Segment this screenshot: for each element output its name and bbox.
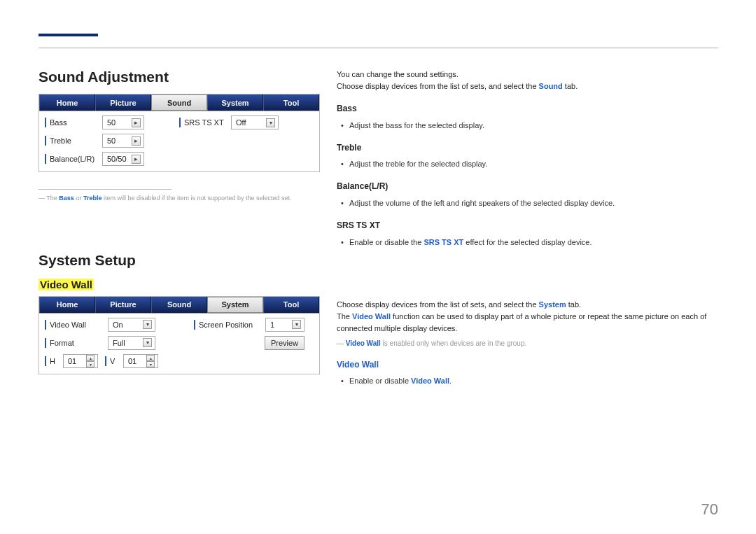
tab-tool[interactable]: Tool xyxy=(263,297,319,313)
row-marker xyxy=(45,118,46,127)
treble-field[interactable]: 50 ▸ xyxy=(102,134,144,148)
srs-label: SRS TS XT xyxy=(184,118,227,127)
heading-system-setup: System Setup xyxy=(38,252,320,269)
sound-intro-1: You can change the sound settings. xyxy=(337,69,718,80)
sound-intro-2: Choose display devices from the list of … xyxy=(337,80,718,92)
v-field[interactable]: 01 ▴▾ xyxy=(123,354,158,368)
row-marker xyxy=(45,356,46,366)
balance-desc: Adjust the volume of the left and right … xyxy=(349,197,718,209)
vw-label: Video Wall xyxy=(50,321,104,329)
balance-heading: Balance(L/R) xyxy=(337,180,718,193)
format-label: Format xyxy=(50,339,104,347)
row-marker xyxy=(45,338,46,348)
page-number: 70 xyxy=(701,500,718,519)
h-value: 01 xyxy=(68,357,76,365)
format-select[interactable]: Full ▾ xyxy=(108,336,155,350)
videowall-heading: Video Wall xyxy=(337,358,718,372)
footnote-sound: ― The Bass or Treble item will be disabl… xyxy=(38,194,320,203)
system-p1: Choose display devices from the list of … xyxy=(337,299,718,311)
bass-step-icon[interactable]: ▸ xyxy=(132,118,141,127)
system-panel: Home Picture Sound System Tool Video Wal… xyxy=(38,296,320,374)
h-spinner-icon[interactable]: ▴▾ xyxy=(86,355,94,367)
header-decoration xyxy=(38,34,98,48)
heading-sound-adjustment: Sound Adjustment xyxy=(38,69,320,85)
row-marker xyxy=(45,154,46,164)
v-value: 01 xyxy=(128,357,136,365)
tab-home[interactable]: Home xyxy=(39,94,95,111)
tab-picture[interactable]: Picture xyxy=(95,94,151,111)
balance-field[interactable]: 50/50 ▸ xyxy=(102,152,144,166)
chevron-down-icon[interactable]: ▾ xyxy=(143,338,152,347)
bass-field[interactable]: 50 ▸ xyxy=(102,115,144,129)
videowall-desc: Enable or disable Video Wall. xyxy=(349,375,718,387)
sp-label: Screen Position xyxy=(199,321,262,329)
row-marker xyxy=(45,136,46,146)
tab-home[interactable]: Home xyxy=(39,297,95,313)
h-label: H xyxy=(50,357,59,365)
chevron-down-icon[interactable]: ▾ xyxy=(143,320,152,329)
srs-desc: Enable or disable the SRS TS XT effect f… xyxy=(349,237,718,248)
chevron-down-icon[interactable]: ▾ xyxy=(266,118,275,127)
srs-value: Off xyxy=(236,118,246,127)
treble-desc: Adjust the treble for the selected displ… xyxy=(349,158,718,170)
chevron-down-icon[interactable]: ▾ xyxy=(292,320,301,329)
treble-value: 50 xyxy=(107,136,115,145)
v-spinner-icon[interactable]: ▴▾ xyxy=(146,355,155,367)
h-field[interactable]: 01 ▴▾ xyxy=(63,354,98,368)
bass-heading: Bass xyxy=(337,102,718,115)
balance-step-icon[interactable]: ▸ xyxy=(132,155,141,164)
treble-label: Treble xyxy=(50,136,99,145)
tab-picture[interactable]: Picture xyxy=(95,297,151,313)
tab-sound[interactable]: Sound xyxy=(151,94,207,111)
vw-select[interactable]: On ▾ xyxy=(108,318,155,332)
sp-value: 1 xyxy=(270,321,274,329)
bass-value: 50 xyxy=(107,118,115,127)
row-marker xyxy=(105,356,106,366)
sp-select[interactable]: 1 ▾ xyxy=(265,318,304,332)
vw-value: On xyxy=(113,321,123,329)
system-note: ― Video Wall is enabled only when device… xyxy=(337,339,718,349)
row-marker xyxy=(194,320,195,330)
treble-step-icon[interactable]: ▸ xyxy=(132,136,141,146)
srs-select[interactable]: Off ▾ xyxy=(231,115,279,129)
sound-tabs: Home Picture Sound System Tool xyxy=(39,94,319,111)
row-marker xyxy=(179,118,181,127)
balance-label: Balance(L/R) xyxy=(50,155,99,163)
subheading-video-wall: Video Wall xyxy=(38,279,320,290)
srs-heading: SRS TS XT xyxy=(337,219,718,232)
bass-desc: Adjust the bass for the selected display… xyxy=(349,120,718,132)
balance-value: 50/50 xyxy=(107,155,127,163)
tab-system[interactable]: System xyxy=(207,297,263,313)
system-tabs: Home Picture Sound System Tool xyxy=(39,297,319,314)
v-label: V xyxy=(110,357,120,365)
tab-sound[interactable]: Sound xyxy=(151,297,207,313)
sound-panel: Home Picture Sound System Tool Bass xyxy=(38,94,320,172)
tab-tool[interactable]: Tool xyxy=(263,94,319,111)
format-value: Full xyxy=(113,339,125,347)
preview-button[interactable]: Preview xyxy=(265,336,304,350)
header-rule xyxy=(38,48,718,48)
tab-system[interactable]: System xyxy=(207,94,263,111)
system-p2: The Video Wall function can be used to d… xyxy=(337,311,718,335)
treble-heading: Treble xyxy=(337,141,718,155)
footnote-rule xyxy=(38,189,172,190)
row-marker xyxy=(45,320,46,330)
bass-label: Bass xyxy=(50,118,99,127)
